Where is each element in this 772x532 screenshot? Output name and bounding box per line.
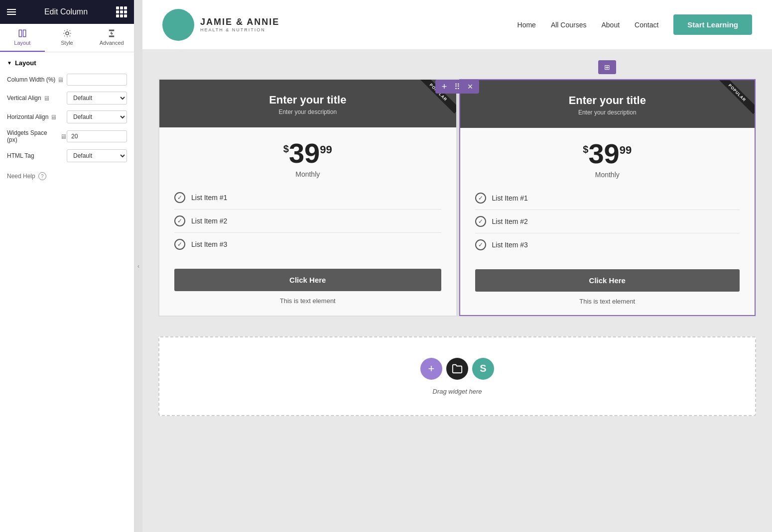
- monitor-icon-4: 🖥: [60, 133, 67, 140]
- price-dollar-1: $: [283, 143, 289, 155]
- html-tag-control[interactable]: Default: [67, 149, 127, 162]
- vertical-align-label: Vertical Align 🖥: [7, 95, 67, 102]
- drop-zone-text: Drag widget here: [433, 388, 482, 395]
- widgets-space-row: Widgets Space (px) 🖥: [7, 129, 127, 143]
- left-panel: Edit Column Layout Style Advanced ▼ Layo…: [0, 0, 134, 532]
- toolbar-close-button[interactable]: ×: [465, 82, 475, 92]
- card-title-1: Enter your title: [169, 94, 446, 106]
- list-item-1-3: List Item #3: [174, 233, 441, 256]
- svg-rect-1: [23, 30, 25, 37]
- widgets-space-input[interactable]: [67, 130, 127, 142]
- horizontal-align-label: Horizontal Align 🖥: [7, 113, 67, 121]
- horizontal-align-row: Horizontal Align 🖥 Default: [7, 110, 127, 123]
- toolbar-move-button[interactable]: ⠿: [452, 82, 462, 92]
- list-item-1-1: List Item #1: [174, 186, 441, 210]
- list-items-2: List Item #1 List Item #2 List Item #3: [460, 187, 755, 264]
- logo-subtitle: HEALTH & NUTRITION: [200, 27, 279, 32]
- card-header-1: Enter your title Enter your description: [159, 80, 456, 127]
- navbar: JAMIE & ANNIE HEALTH & NUTRITION Home Al…: [142, 0, 772, 50]
- column-width-row: Column Width (%) 🖥: [7, 74, 127, 86]
- horizontal-align-select[interactable]: Default: [67, 110, 127, 123]
- widgets-space-label: Widgets Space (px) 🖥: [7, 129, 67, 143]
- logo: JAMIE & ANNIE HEALTH & NUTRITION: [162, 9, 279, 41]
- drop-zone: + S Drag widget here: [158, 336, 756, 416]
- column-width-input[interactable]: [67, 74, 127, 86]
- nav-link-courses[interactable]: All Courses: [551, 21, 587, 29]
- widgets-space-control[interactable]: [67, 130, 127, 142]
- check-icon-1-1: [174, 192, 185, 203]
- pricing-card-1: Enter your title Enter your description …: [159, 79, 459, 316]
- tab-style[interactable]: Style: [45, 24, 90, 52]
- grid-icon[interactable]: [116, 6, 127, 17]
- list-item-text-2-1: List Item #1: [492, 194, 528, 202]
- footer-text-1: This is text element: [174, 297, 441, 305]
- vertical-align-control[interactable]: Default: [67, 92, 127, 105]
- tab-layout[interactable]: Layout: [0, 24, 45, 52]
- need-help[interactable]: Need Help ?: [7, 172, 127, 180]
- hamburger-menu[interactable]: [7, 9, 16, 15]
- nav-link-contact[interactable]: Contact: [635, 21, 658, 29]
- card-footer-1: Click Here This is text element: [159, 264, 456, 315]
- price-dollar-2: $: [583, 144, 588, 155]
- column-width-control[interactable]: [67, 74, 127, 86]
- check-icon-1-3: [174, 239, 185, 250]
- list-item-text-1-2: List Item #2: [191, 217, 227, 225]
- html-tag-label: HTML Tag: [7, 152, 67, 159]
- html-tag-select[interactable]: Default: [67, 149, 127, 162]
- card-desc-2: Enter your description: [470, 109, 745, 116]
- help-circle-icon: ?: [38, 172, 46, 180]
- price-period-2: Monthly: [470, 171, 745, 179]
- drop-s-icon[interactable]: S: [472, 358, 494, 380]
- svg-rect-0: [19, 30, 21, 37]
- card-header-2: Enter your title Enter your description: [460, 80, 755, 128]
- list-item-1-2: List Item #2: [174, 210, 441, 233]
- drop-add-icon[interactable]: +: [420, 358, 442, 380]
- price-area-1: $ 39 99 Monthly: [159, 127, 456, 186]
- nav-link-home[interactable]: Home: [517, 21, 536, 29]
- pricing-card-2: Enter your title Enter your description …: [459, 79, 756, 316]
- drop-folder-icon[interactable]: [446, 358, 468, 380]
- price-number-1: 39: [289, 139, 320, 167]
- html-tag-row: HTML Tag Default: [7, 149, 127, 162]
- price-row-2: $ 39 99: [470, 140, 745, 168]
- footer-text-2: This is text element: [475, 298, 740, 305]
- list-item-text-2-2: List Item #2: [492, 217, 528, 225]
- horizontal-align-control[interactable]: Default: [67, 110, 127, 123]
- collapse-handle[interactable]: ‹: [134, 0, 142, 532]
- nav-cta-button[interactable]: Start Learning: [673, 14, 752, 35]
- list-item-2-1: List Item #1: [475, 187, 740, 210]
- click-here-button-1[interactable]: Click Here: [174, 269, 441, 291]
- svg-point-2: [66, 32, 69, 35]
- card-desc-1: Enter your description: [169, 108, 446, 115]
- logo-name: JAMIE & ANNIE: [200, 17, 279, 28]
- price-period-1: Monthly: [169, 170, 446, 178]
- layout-section-header[interactable]: ▼ Layout: [7, 59, 127, 67]
- main-content: JAMIE & ANNIE HEALTH & NUTRITION Home Al…: [142, 0, 772, 532]
- vertical-align-row: Vertical Align 🖥 Default: [7, 92, 127, 105]
- col2-table-icon[interactable]: ⊞: [602, 62, 612, 72]
- tab-advanced[interactable]: Advanced: [89, 24, 134, 52]
- list-item-text-1-1: List Item #1: [191, 194, 227, 202]
- list-items-1: List Item #1 List Item #2 List Item #3: [159, 186, 456, 264]
- price-cents-2: 99: [620, 144, 632, 157]
- click-here-button-2[interactable]: Click Here: [475, 269, 740, 292]
- panel-title: Edit Column: [44, 7, 88, 16]
- list-item-text-1-3: List Item #3: [191, 240, 227, 248]
- pricing-card-2-wrapper: ⊞ Enter your title Enter your descriptio…: [459, 79, 756, 316]
- monitor-icon-3: 🖥: [50, 113, 57, 121]
- popular-badge-2: [715, 80, 755, 120]
- check-icon-2-2: [475, 216, 486, 227]
- toolbar-add-button[interactable]: +: [439, 82, 449, 92]
- vertical-align-select[interactable]: Default: [67, 92, 127, 105]
- nav-links: Home All Courses About Contact Start Lea…: [517, 14, 752, 35]
- nav-link-about[interactable]: About: [601, 21, 620, 29]
- card-title-2: Enter your title: [470, 94, 745, 107]
- list-item-text-2-3: List Item #3: [492, 241, 528, 249]
- price-number-2: 39: [588, 140, 619, 168]
- check-icon-1-2: [174, 215, 185, 226]
- logo-text-block: JAMIE & ANNIE HEALTH & NUTRITION: [200, 17, 279, 33]
- price-area-2: $ 39 99 Monthly: [460, 128, 755, 187]
- panel-content: ▼ Layout Column Width (%) 🖥 Vertical Ali…: [0, 52, 134, 532]
- card-footer-2: Click Here This is text element: [460, 264, 755, 315]
- monitor-icon-2: 🖥: [43, 95, 50, 102]
